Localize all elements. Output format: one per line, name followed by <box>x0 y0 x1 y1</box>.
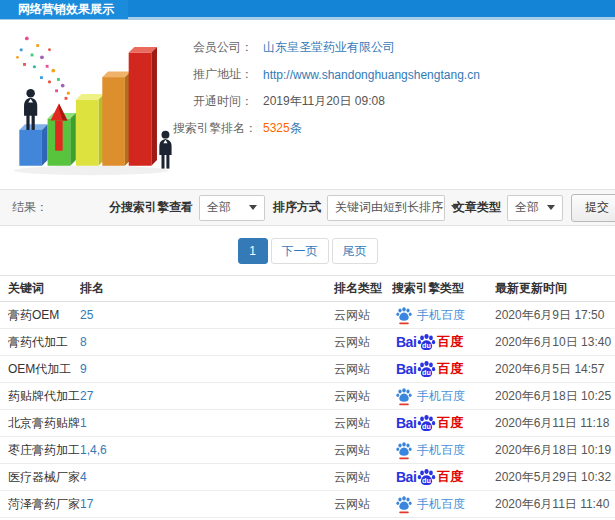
engine-filter-label: 分搜索引擎查看 <box>109 199 193 216</box>
keyword-cell: 膏药OEM <box>0 307 80 324</box>
svg-text:du: du <box>422 421 431 430</box>
engine-type-cell[interactable]: Baidu百度 <box>392 414 495 433</box>
page-1-button[interactable]: 1 <box>238 238 268 264</box>
baidu-logo-bai: Bai <box>396 361 416 377</box>
rank-type-cell: 云网站 <box>334 442 392 459</box>
baidu-paw-icon: du <box>417 468 436 487</box>
keyword-cell: 医疗器械厂家 <box>0 469 80 486</box>
engine-type-cell[interactable]: 手机百度 <box>392 306 495 325</box>
company-link[interactable]: 山东皇圣堂药业有限公司 <box>263 39 395 56</box>
mobile-baidu-icon <box>396 306 412 325</box>
keyword-cell: 北京膏药贴牌 <box>0 415 80 432</box>
header-update-time: 最新更新时间 <box>495 280 615 297</box>
table-header: 关键词 排名 排名类型 搜索引擎类型 最新更新时间 <box>0 276 615 302</box>
rank-link[interactable]: 1,4,6 <box>80 443 334 457</box>
rank-link[interactable]: 25 <box>80 308 334 322</box>
table-body: 膏药OEM25云网站手机百度2020年6月9日 17:50膏药代加工8云网站Ba… <box>0 302 615 518</box>
baidu-logo-bai: Bai <box>396 469 416 485</box>
marketing-effect-page: 网络营销效果展示 <box>0 0 615 520</box>
update-time-cell: 2020年6月11日 11:40 <box>495 496 615 513</box>
mobile-baidu-icon <box>396 387 412 406</box>
rank-link[interactable]: 17 <box>80 497 334 511</box>
pagination: 1 下一页 尾页 <box>0 226 615 275</box>
article-type-select[interactable]: 全部 <box>507 195 563 221</box>
keyword-cell: 菏泽膏药厂家 <box>0 496 80 513</box>
rank-count-label: 搜索引擎排名： <box>173 120 253 137</box>
table-row: OEM代加工9云网站Baidu百度2020年6月5日 14:57 <box>0 356 615 383</box>
header-rank-type: 排名类型 <box>334 280 392 297</box>
table-row: 菏泽膏药厂家17云网站手机百度2020年6月11日 11:40 <box>0 491 615 518</box>
engine-type-cell[interactable]: Baidu百度 <box>392 468 495 487</box>
sort-filter-label: 排序方式 <box>273 199 321 216</box>
result-label: 结果： <box>12 199 48 216</box>
results-table: 关键词 排名 排名类型 搜索引擎类型 最新更新时间 膏药OEM25云网站手机百度… <box>0 275 615 518</box>
filter-bar: 结果： 分搜索引擎查看 全部 排序方式 关键词由短到长排序 文章类型 全部 提交 <box>0 189 615 226</box>
rank-count-unit: 条 <box>290 121 302 135</box>
table-row: 枣庄膏药加工1,4,6云网站手机百度2020年6月18日 10:19 <box>0 437 615 464</box>
rank-type-cell: 云网站 <box>334 334 392 351</box>
update-time-cell: 2020年6月18日 10:19 <box>495 442 615 459</box>
rank-type-cell: 云网站 <box>334 361 392 378</box>
baidu-logo-cn: 百度 <box>437 414 463 432</box>
rank-type-cell: 云网站 <box>334 388 392 405</box>
header-keyword: 关键词 <box>0 280 80 297</box>
company-label: 会员公司： <box>173 39 253 56</box>
info-section: 会员公司： 山东皇圣堂药业有限公司 推广地址： http://www.shand… <box>0 20 615 189</box>
promo-url-link[interactable]: http://www.shandonghuangshengtang.cn <box>263 68 480 82</box>
rank-type-cell: 云网站 <box>334 469 392 486</box>
engine-select[interactable]: 全部 <box>199 195 265 221</box>
update-time-cell: 2020年6月18日 10:25 <box>495 388 615 405</box>
keyword-cell: 药贴牌代加工 <box>0 388 80 405</box>
rank-link[interactable]: 9 <box>80 362 334 376</box>
engine-type-cell[interactable]: 手机百度 <box>392 441 495 460</box>
rank-link[interactable]: 4 <box>80 470 334 484</box>
baidu-logo-cn: 百度 <box>437 333 463 351</box>
mobile-baidu-label: 手机百度 <box>417 388 465 405</box>
last-page-button[interactable]: 尾页 <box>332 238 378 264</box>
engine-type-cell[interactable]: Baidu百度 <box>392 360 495 379</box>
open-time-label: 开通时间： <box>173 93 253 110</box>
submit-button[interactable]: 提交 <box>571 194 615 222</box>
engine-type-cell[interactable]: Baidu百度 <box>392 333 495 352</box>
businessman-figure <box>24 89 37 130</box>
engine-type-cell[interactable]: 手机百度 <box>392 495 495 514</box>
rank-type-cell: 云网站 <box>334 496 392 513</box>
page-title: 网络营销效果展示 <box>0 0 128 19</box>
mobile-baidu-icon <box>396 495 412 514</box>
info-row-open-time: 开通时间： 2019年11月20日 09:08 <box>173 88 480 115</box>
keyword-cell: OEM代加工 <box>0 361 80 378</box>
next-page-button[interactable]: 下一页 <box>271 238 329 264</box>
rank-link[interactable]: 8 <box>80 335 334 349</box>
topbar: 网络营销效果展示 <box>0 0 615 20</box>
table-row: 医疗器械厂家4云网站Baidu百度2020年5月29日 10:32 <box>0 464 615 491</box>
sort-select-value: 关键词由短到长排序 <box>335 199 443 216</box>
open-time-value: 2019年11月20日 09:08 <box>263 93 385 110</box>
svg-text:du: du <box>422 367 431 376</box>
keyword-cell: 膏药代加工 <box>0 334 80 351</box>
table-row: 膏药代加工8云网站Baidu百度2020年6月10日 13:40 <box>0 329 615 356</box>
update-time-cell: 2020年6月5日 14:57 <box>495 361 615 378</box>
confetti <box>16 37 70 100</box>
mobile-baidu-label: 手机百度 <box>417 442 465 459</box>
info-row-rank-count: 搜索引擎排名： 5325条 <box>173 115 480 142</box>
mobile-baidu-label: 手机百度 <box>417 307 465 324</box>
baidu-paw-icon: du <box>417 333 436 352</box>
promo-url-label: 推广地址： <box>173 66 253 83</box>
header-rank: 排名 <box>80 280 334 297</box>
sort-select[interactable]: 关键词由短到长排序 <box>327 195 445 221</box>
article-type-label: 文章类型 <box>453 199 501 216</box>
baidu-logo-cn: 百度 <box>437 360 463 378</box>
update-time-cell: 2020年5月29日 10:32 <box>495 469 615 486</box>
chart-illustration <box>8 28 173 180</box>
rank-link[interactable]: 1 <box>80 416 334 430</box>
businessman-figure <box>159 131 171 169</box>
info-row-company: 会员公司： 山东皇圣堂药业有限公司 <box>173 34 480 61</box>
engine-type-cell[interactable]: 手机百度 <box>392 387 495 406</box>
rank-link[interactable]: 27 <box>80 389 334 403</box>
bar-chart-clipart-icon <box>8 28 173 180</box>
rank-count-value: 5325条 <box>263 120 302 137</box>
svg-text:du: du <box>422 340 431 349</box>
bars <box>19 47 157 166</box>
mobile-baidu-icon <box>396 441 412 460</box>
table-row: 北京膏药贴牌1云网站Baidu百度2020年6月11日 11:18 <box>0 410 615 437</box>
